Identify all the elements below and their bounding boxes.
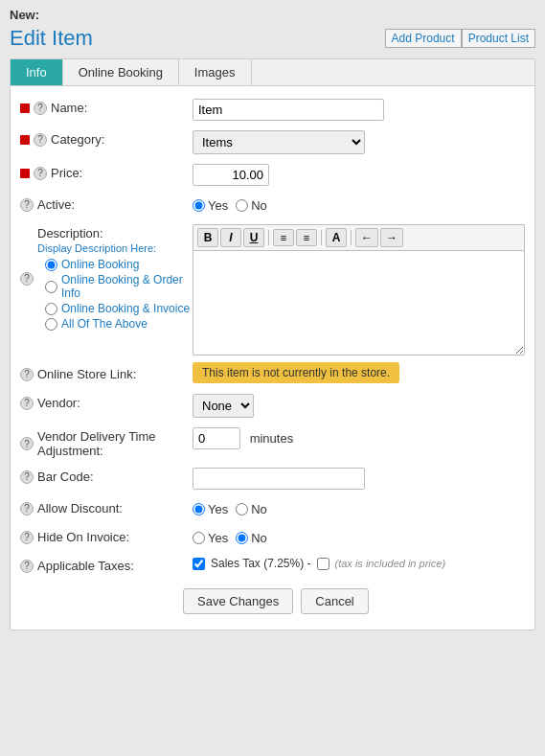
allow-discount-label-col: ? Allow Discount: (20, 499, 193, 515)
barcode-label: Bar Code: (37, 470, 94, 484)
active-yes-label[interactable]: Yes (193, 198, 228, 213)
desc-option-4[interactable]: All Of The Above (45, 317, 193, 331)
price-required-dot (20, 169, 30, 178)
category-select[interactable]: Items (193, 130, 365, 154)
barcode-input[interactable] (193, 468, 365, 490)
active-no-radio[interactable] (236, 199, 248, 212)
desc-option-4-text: All Of The Above (61, 317, 148, 331)
allow-discount-no-radio[interactable] (236, 503, 248, 515)
name-input[interactable] (193, 99, 384, 121)
header-links: Add Product Product List (385, 29, 535, 48)
desc-option-2[interactable]: Online Booking & Order Info (45, 273, 193, 300)
toolbar-sep-3 (351, 230, 352, 245)
desc-radio-2[interactable] (45, 281, 57, 293)
action-buttons: Save Changes Cancel (11, 581, 534, 622)
hide-invoice-yes-radio[interactable] (193, 532, 205, 544)
tax-included-label: (tax is included in price) (335, 558, 446, 569)
price-label: Price: (51, 166, 82, 180)
applicable-taxes-row: ? Applicable Taxes: Sales Tax (7.25%) - … (11, 552, 534, 581)
vendor-field-col: None (193, 394, 525, 418)
save-changes-button[interactable]: Save Changes (183, 588, 293, 614)
store-link-badge: This item is not currently in the store. (193, 362, 399, 383)
page-header: Edit Item Add Product Product List (10, 26, 535, 51)
page-title: Edit Item (10, 26, 93, 51)
desc-radio-4[interactable] (45, 318, 57, 331)
vendor-delivery-input[interactable] (193, 427, 240, 449)
store-link-label: Online Store Link: (37, 367, 136, 381)
taxes-label: Applicable Taxes: (37, 559, 134, 573)
description-radio-group: Online Booking Online Booking & Order In… (45, 258, 193, 331)
hide-invoice-label-col: ? Hide On Invoice: (20, 528, 193, 544)
online-store-link-label-col: ? Online Store Link: (20, 365, 193, 381)
price-input[interactable] (193, 164, 269, 186)
hide-invoice-help-icon[interactable]: ? (20, 531, 34, 544)
vendor-delivery-help-icon[interactable]: ? (20, 437, 34, 450)
active-yes-radio[interactable] (193, 199, 205, 212)
toolbar-sep-1 (268, 230, 269, 245)
store-link-help-icon[interactable]: ? (20, 368, 34, 381)
taxes-help-icon[interactable]: ? (20, 560, 34, 573)
name-row: ? Name: (11, 94, 534, 126)
desc-radio-3[interactable] (45, 303, 57, 315)
name-help-icon[interactable]: ? (34, 102, 47, 115)
active-no-text: No (251, 198, 267, 213)
allow-discount-yes-text: Yes (208, 502, 228, 516)
tax-included-checkbox[interactable] (317, 558, 329, 570)
active-help-icon[interactable]: ? (20, 198, 34, 212)
underline-button[interactable]: U (243, 228, 264, 247)
add-product-link[interactable]: Add Product (385, 29, 462, 48)
allow-discount-no-label[interactable]: No (236, 502, 267, 516)
category-help-icon[interactable]: ? (34, 133, 47, 147)
italic-button[interactable]: I (220, 228, 241, 247)
barcode-help-icon[interactable]: ? (20, 470, 34, 484)
ol-button[interactable]: ≡ (273, 229, 294, 246)
hide-invoice-no-label[interactable]: No (236, 531, 267, 545)
tab-info[interactable]: Info (11, 59, 63, 85)
hide-invoice-no-radio[interactable] (236, 532, 248, 544)
vendor-label: Vendor: (37, 396, 80, 410)
sales-tax-checkbox[interactable] (193, 558, 205, 570)
bold-button[interactable]: B (197, 228, 218, 247)
category-label-col: ? Category: (20, 130, 193, 147)
description-label-col: ? Description: Display Description Here:… (20, 224, 193, 331)
allow-discount-yes-radio[interactable] (193, 503, 205, 515)
desc-option-3-text: Online Booking & Invoice (61, 302, 190, 315)
desc-option-1[interactable]: Online Booking (45, 258, 193, 271)
cancel-button[interactable]: Cancel (301, 588, 368, 614)
desc-radio-1[interactable] (45, 259, 57, 271)
hide-on-invoice-row: ? Hide On Invoice: Yes No (11, 523, 534, 552)
tax-row: Sales Tax (7.25%) - (tax is included in … (193, 557, 525, 570)
desc-option-1-text: Online Booking (61, 258, 139, 271)
barcode-field-col (193, 468, 525, 490)
description-editor-col: B I U ≡ ≡ A ← → (193, 224, 525, 355)
description-text-area[interactable] (193, 250, 525, 355)
allow-discount-field-col: Yes No (193, 499, 525, 516)
active-radio-group: Yes No (193, 195, 525, 213)
allow-discount-help-icon[interactable]: ? (20, 502, 34, 515)
vendor-row: ? Vendor: None (11, 389, 534, 423)
vendor-help-icon[interactable]: ? (20, 397, 34, 410)
hide-invoice-yes-label[interactable]: Yes (193, 531, 228, 545)
form-body: ? Name: ? Category: Items (11, 86, 534, 630)
hide-invoice-field-col: Yes No (193, 528, 525, 545)
desc-option-3[interactable]: Online Booking & Invoice (45, 302, 193, 315)
active-no-label[interactable]: No (236, 198, 267, 213)
ul-button[interactable]: ≡ (296, 229, 317, 246)
allow-discount-yes-label[interactable]: Yes (193, 502, 228, 516)
rte-toolbar: B I U ≡ ≡ A ← → (193, 224, 525, 250)
product-list-link[interactable]: Product List (462, 29, 535, 48)
font-button[interactable]: A (326, 228, 347, 247)
barcode-row: ? Bar Code: (11, 463, 534, 494)
tab-images[interactable]: Images (179, 59, 252, 85)
undo-button[interactable]: ← (355, 228, 378, 247)
minutes-label: minutes (250, 431, 294, 446)
tab-online-booking[interactable]: Online Booking (63, 59, 179, 85)
price-help-icon[interactable]: ? (34, 167, 47, 180)
applicable-taxes-label-col: ? Applicable Taxes: (20, 557, 193, 573)
category-required-dot (20, 135, 30, 145)
vendor-delivery-field-col: minutes (193, 427, 525, 449)
vendor-select[interactable]: None (193, 394, 254, 418)
description-help-icon[interactable]: ? (20, 272, 34, 286)
content-box: Info Online Booking Images ? Name: (10, 58, 535, 630)
redo-button[interactable]: → (380, 228, 403, 247)
